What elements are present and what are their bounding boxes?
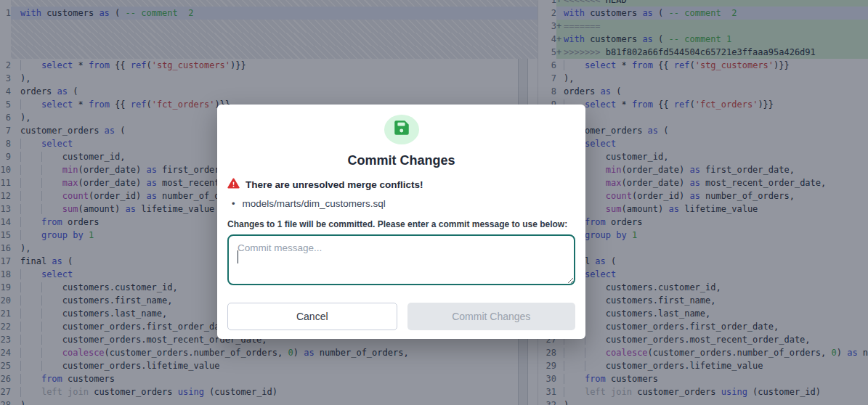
modal-buttons: Cancel Commit Changes xyxy=(227,303,575,330)
dbt-ide-screen: 1with customers as ( -- comment 22 selec… xyxy=(0,0,868,405)
conflicted-file-item: • models/marts/dim_customers.sql xyxy=(227,198,575,209)
save-icon xyxy=(392,118,411,140)
warning-icon xyxy=(227,177,240,192)
save-icon-circle xyxy=(384,115,419,144)
modal-title: Commit Changes xyxy=(227,153,575,168)
warning-text: There are unresolved merge conflicts! xyxy=(246,179,423,190)
merge-conflict-warning: There are unresolved merge conflicts! xyxy=(227,177,575,192)
cancel-button[interactable]: Cancel xyxy=(227,303,397,330)
conflicted-file-name: models/marts/dim_customers.sql xyxy=(243,198,386,209)
commit-changes-modal: Commit Changes There are unresolved merg… xyxy=(217,105,585,339)
bullet: • xyxy=(232,198,235,209)
commit-message-input[interactable] xyxy=(227,234,575,285)
commit-instruction: Changes to 1 file will be committed. Ple… xyxy=(227,219,575,229)
text-cursor xyxy=(238,250,238,263)
commit-changes-button[interactable]: Commit Changes xyxy=(407,303,576,330)
